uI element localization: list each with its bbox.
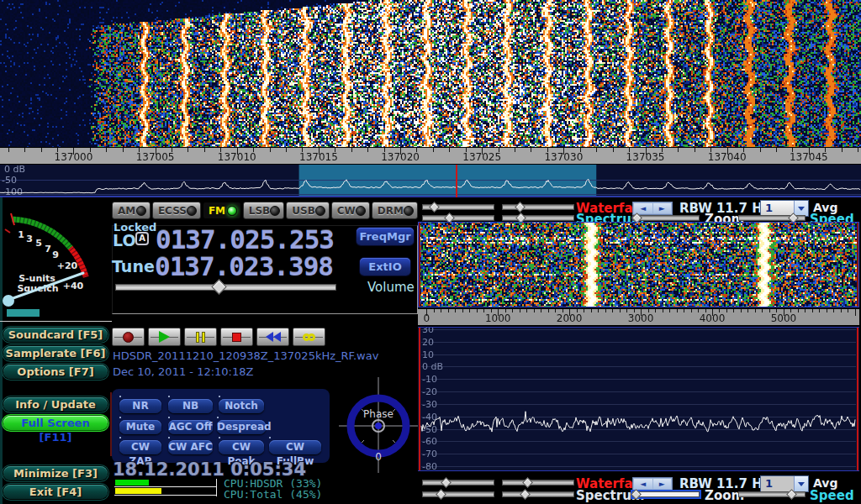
nb-button[interactable]: NB [168, 399, 213, 413]
cw-zap-button[interactable]: CW ZAP [119, 440, 161, 454]
spectrum-gain-slider-2[interactable] [422, 491, 494, 498]
zoom-spectrum-display[interactable] [418, 327, 859, 471]
phase-value: 0 [375, 451, 382, 463]
s-meter-tick-label: 1 [18, 229, 24, 240]
zoom-slider-2[interactable] [632, 491, 700, 498]
rewind-button[interactable] [256, 328, 289, 346]
mode-led-icon [356, 206, 366, 216]
speed-slider[interactable] [738, 214, 806, 222]
volume-label: Volume [367, 280, 415, 295]
zoom-frequency-scale[interactable] [418, 308, 859, 326]
s-meter-tick-label: +40 [63, 281, 84, 291]
s-meter-tick-label: 7 [45, 244, 51, 255]
notch-button[interactable]: Notch [219, 399, 264, 413]
tune-frequency-display[interactable]: 0137.023.398 [155, 251, 333, 281]
speed-label-2: Speed [810, 488, 854, 503]
s-meter-tick-label: 9 [52, 249, 59, 260]
exit-button[interactable]: Exit [F4] [3, 485, 108, 499]
loop-button[interactable] [293, 328, 325, 346]
minimize-button[interactable]: Minimize [F3] [3, 466, 108, 480]
fullscreen-button[interactable]: Full Screen [F11] [3, 416, 108, 430]
main-spectrum-display[interactable] [0, 165, 861, 197]
waterfall-contrast-slider-2[interactable] [502, 479, 574, 486]
avg-value-2: 1 [761, 476, 794, 491]
mode-drm-button[interactable]: DRM [372, 202, 418, 219]
mode-ecss-button[interactable]: ECSS [152, 202, 201, 219]
waterfall-brightness-slider-2[interactable] [422, 479, 494, 486]
mute-button[interactable]: Mute [119, 420, 161, 434]
spectrum-gain-slider[interactable] [422, 214, 494, 222]
divider [0, 321, 112, 322]
avg-dropdown-2[interactable]: 1 [760, 475, 809, 492]
despread-button[interactable]: Despread [217, 420, 266, 434]
phase-center-dot [375, 423, 382, 429]
lo-frequency-display[interactable]: 0137.025.253 [156, 224, 334, 255]
main-waterfall-display[interactable] [0, 0, 861, 147]
mode-fm-button[interactable]: FM [203, 202, 241, 219]
mode-led-icon [315, 206, 325, 216]
s-meter-mark [5, 229, 10, 233]
rbw-increase-button[interactable]: ► [653, 203, 672, 213]
mode-cw-button[interactable]: CW [331, 202, 370, 219]
mode-label: USB [292, 205, 315, 217]
volume-slider[interactable] [115, 283, 336, 291]
recording-filename: HDSDR_20111210_120938Z_137025kHz_RF.wav [113, 349, 378, 362]
cpu-total-bar [114, 487, 216, 496]
phase-dial: Phase 0 [338, 375, 419, 475]
tune-label: Tune [112, 257, 155, 276]
record-button[interactable] [112, 328, 145, 346]
lo-label: LO [113, 231, 136, 249]
record-icon [123, 332, 134, 343]
mode-led-icon [404, 206, 414, 216]
dropdown-arrow-icon[interactable] [794, 476, 808, 491]
nr-button[interactable]: NR [119, 399, 161, 413]
play-button[interactable] [148, 328, 181, 346]
mode-led-icon [136, 206, 146, 216]
mode-lsb-button[interactable]: LSB [243, 202, 284, 219]
stop-button[interactable] [220, 328, 253, 346]
cw-peak-button[interactable]: CW Peak [219, 440, 264, 454]
s-meter-pivot [3, 295, 14, 307]
soundcard-button[interactable]: Soundcard [F5] [3, 328, 108, 342]
auto-lo-button[interactable]: A [135, 232, 149, 245]
mode-usb-button[interactable]: USB [286, 202, 330, 219]
zoom-waterfall-display[interactable] [418, 222, 859, 307]
spectrum-offset-slider-2[interactable] [502, 491, 574, 498]
mode-led-icon [187, 206, 197, 216]
cw-fullbw-button[interactable]: CW FullBw [269, 440, 321, 454]
mode-button-row: AM ECSS FM LSB USB CW DRM [112, 202, 418, 219]
mode-label: FM [209, 205, 225, 217]
cpu-hdsdr-bar [114, 479, 216, 487]
cpu-meter [114, 479, 217, 496]
stop-icon [232, 333, 241, 342]
rbw-increase-button-2[interactable]: ► [653, 479, 672, 489]
mode-led-icon [227, 206, 237, 216]
waterfall-brightness-slider[interactable] [422, 203, 494, 211]
mode-label: ECSS [158, 205, 187, 217]
cpu-total-text: CPU:Total (45%) [224, 488, 322, 501]
agc-button[interactable]: AGC Off [168, 420, 213, 434]
mode-am-button[interactable]: AM [112, 202, 151, 219]
waterfall-contrast-slider[interactable] [502, 203, 574, 211]
cw-afc-button[interactable]: CW AFC [168, 440, 213, 454]
mode-label: DRM [378, 205, 404, 217]
loop-icon [303, 333, 315, 341]
play-icon [159, 331, 170, 343]
playback-controls [112, 328, 325, 346]
extio-button[interactable]: ExtIO [360, 258, 410, 276]
zoom-slider[interactable] [632, 214, 700, 222]
options-button[interactable]: Options [F7] [3, 365, 108, 379]
main-frequency-scale[interactable] [0, 147, 861, 165]
info-update-button[interactable]: Info / Update [F9] [3, 397, 108, 412]
hdsdr-window: 1 3 5 7 9 +20 +40 S-units Squelch Soundc… [0, 0, 861, 504]
samplerate-button[interactable]: Samplerate [F6] [3, 346, 108, 360]
mode-led-icon [270, 206, 280, 216]
speed-slider-2[interactable] [738, 491, 806, 498]
pause-button[interactable] [184, 328, 217, 346]
s-meter-tick-label: 5 [35, 238, 42, 249]
rewind-icon [266, 332, 281, 342]
squelch-level-bar[interactable] [7, 309, 40, 317]
freqmgr-button[interactable]: FreqMgr [357, 228, 414, 245]
mode-label: LSB [249, 205, 270, 217]
spectrum-offset-slider[interactable] [502, 214, 574, 222]
